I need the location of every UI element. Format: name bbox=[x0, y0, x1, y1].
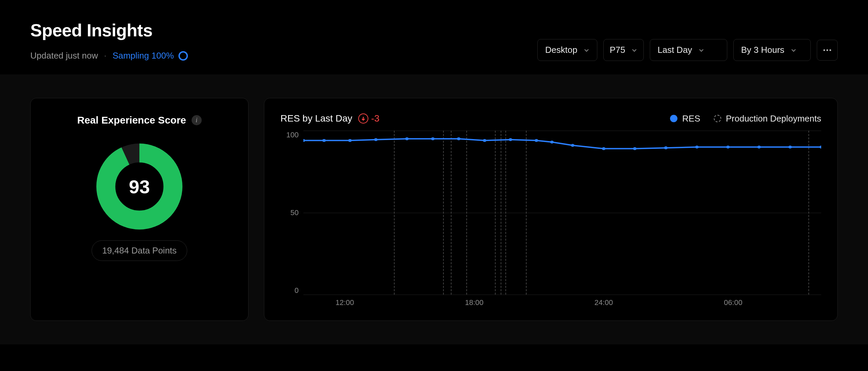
body-area: Real Experience Score i 93 19,484 Data P… bbox=[0, 74, 868, 344]
y-tick: 50 bbox=[290, 208, 299, 217]
legend-deployments[interactable]: Production Deployments bbox=[714, 114, 821, 124]
range-select[interactable]: Last Day bbox=[650, 39, 727, 61]
score-card: Real Experience Score i 93 19,484 Data P… bbox=[30, 98, 248, 321]
separator-dot: · bbox=[104, 51, 106, 61]
header-left: Speed Insights Updated just now · Sampli… bbox=[30, 20, 188, 61]
data-points-pill: 19,484 Data Points bbox=[92, 240, 187, 261]
svg-point-18 bbox=[602, 147, 606, 150]
res-line-svg bbox=[303, 131, 821, 295]
score-gauge: 93 bbox=[96, 143, 183, 230]
plot-wrap: 12:0018:0024:0006:00 bbox=[303, 131, 821, 308]
percentile-select-label: P75 bbox=[610, 45, 625, 55]
bucket-select[interactable]: By 3 Hours bbox=[733, 39, 811, 61]
x-tick: 06:00 bbox=[724, 298, 742, 307]
svg-point-23 bbox=[757, 146, 761, 149]
x-tick: 18:00 bbox=[465, 298, 484, 307]
chart-area: 100500 12:0018:0024:0006:00 bbox=[280, 131, 821, 308]
svg-point-15 bbox=[535, 139, 538, 142]
arrow-down-icon bbox=[358, 114, 368, 124]
page-title: Speed Insights bbox=[30, 20, 188, 40]
info-icon[interactable]: i bbox=[192, 115, 202, 125]
chevron-down-icon bbox=[698, 47, 704, 53]
more-icon bbox=[823, 49, 831, 51]
svg-point-17 bbox=[571, 144, 575, 147]
chevron-down-icon bbox=[631, 47, 638, 53]
svg-point-12 bbox=[457, 137, 461, 141]
x-tick: 12:00 bbox=[336, 298, 354, 307]
legend-swatch-deployments bbox=[714, 115, 721, 122]
legend-deployments-label: Production Deployments bbox=[726, 114, 821, 124]
more-button[interactable] bbox=[817, 40, 838, 61]
y-axis: 100500 bbox=[280, 131, 303, 308]
y-tick: 100 bbox=[286, 131, 299, 140]
svg-point-6 bbox=[303, 139, 305, 142]
score-title-row: Real Experience Score i bbox=[77, 115, 202, 126]
svg-point-14 bbox=[509, 138, 513, 142]
svg-point-22 bbox=[726, 146, 730, 149]
svg-point-11 bbox=[431, 137, 435, 141]
device-select[interactable]: Desktop bbox=[537, 39, 597, 61]
delta-badge: -3 bbox=[358, 113, 379, 124]
spinner-icon bbox=[179, 51, 188, 61]
legend-swatch-res bbox=[670, 115, 677, 122]
sampling-link[interactable]: Sampling 100% bbox=[113, 51, 188, 61]
range-select-label: Last Day bbox=[657, 45, 692, 55]
svg-point-7 bbox=[322, 139, 326, 142]
bucket-select-label: By 3 Hours bbox=[741, 45, 784, 55]
legend-res[interactable]: RES bbox=[670, 114, 700, 124]
svg-point-24 bbox=[788, 146, 792, 149]
svg-point-21 bbox=[695, 146, 699, 149]
percentile-select[interactable]: P75 bbox=[603, 39, 644, 61]
legend-res-label: RES bbox=[682, 114, 700, 124]
y-tick: 0 bbox=[294, 286, 299, 295]
svg-point-9 bbox=[374, 138, 378, 142]
svg-point-2 bbox=[830, 49, 831, 51]
svg-point-13 bbox=[483, 139, 487, 142]
chart-legend: RES Production Deployments bbox=[670, 114, 821, 124]
plot[interactable] bbox=[303, 131, 821, 295]
svg-point-0 bbox=[824, 49, 825, 51]
score-title: Real Experience Score bbox=[77, 115, 186, 126]
device-select-label: Desktop bbox=[545, 45, 577, 55]
chart-title: RES by Last Day bbox=[280, 113, 352, 124]
svg-point-25 bbox=[819, 146, 821, 149]
delta-value: -3 bbox=[371, 113, 379, 124]
chart-card: RES by Last Day -3 RES Production Deploy… bbox=[264, 98, 838, 321]
svg-point-20 bbox=[664, 147, 668, 150]
score-value: 93 bbox=[96, 143, 183, 230]
x-axis: 12:0018:0024:0006:00 bbox=[303, 295, 821, 308]
chevron-down-icon bbox=[584, 47, 590, 53]
svg-point-19 bbox=[633, 147, 637, 150]
sampling-label: Sampling 100% bbox=[113, 51, 174, 61]
svg-point-10 bbox=[405, 137, 409, 141]
header-subrow: Updated just now · Sampling 100% bbox=[30, 51, 188, 61]
chevron-down-icon bbox=[790, 47, 797, 53]
svg-point-16 bbox=[550, 141, 554, 144]
updated-text: Updated just now bbox=[30, 51, 98, 61]
x-tick: 24:00 bbox=[595, 298, 613, 307]
chart-header: RES by Last Day -3 RES Production Deploy… bbox=[280, 113, 821, 124]
page-header: Speed Insights Updated just now · Sampli… bbox=[0, 0, 868, 74]
svg-point-8 bbox=[348, 139, 352, 142]
chart-title-row: RES by Last Day -3 bbox=[280, 113, 379, 124]
header-controls: Desktop P75 Last Day By 3 Hours bbox=[537, 39, 838, 61]
svg-point-1 bbox=[827, 49, 828, 51]
